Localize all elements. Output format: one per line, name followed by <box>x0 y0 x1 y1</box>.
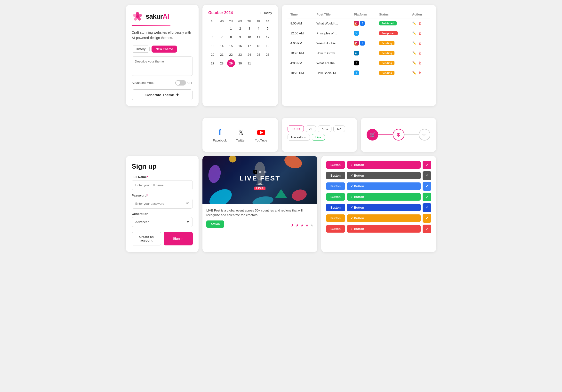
signin-button[interactable]: Sign in <box>164 232 193 246</box>
generate-theme-button[interactable]: Generate Theme ✦ <box>132 90 193 100</box>
cell-action: ✏️ 🗑 <box>409 18 430 28</box>
cal-day-31[interactable]: 31 <box>245 59 253 67</box>
logo-underline <box>132 25 170 26</box>
tag-ai[interactable]: AI <box>306 125 316 132</box>
history-button[interactable]: History <box>132 45 150 53</box>
cal-day-27[interactable]: 27 <box>209 59 217 67</box>
cal-day-11[interactable]: 11 <box>255 33 262 41</box>
table-row: 12:00 AM Principles of ... 𝕏 Postponed ✏… <box>288 28 430 38</box>
cal-day-13[interactable]: 13 <box>209 42 217 50</box>
edit-icon[interactable]: ✏️ <box>412 51 416 55</box>
cal-day-15[interactable]: 15 <box>227 42 235 50</box>
cal-day-21[interactable]: 21 <box>218 51 226 58</box>
delete-icon[interactable]: 🗑 <box>418 51 422 55</box>
create-account-button[interactable]: Create an account <box>132 232 161 246</box>
video-action-button[interactable]: Action <box>206 221 224 228</box>
cal-day-17[interactable]: 17 <box>245 42 253 50</box>
cal-day-24[interactable]: 24 <box>245 51 253 58</box>
button-darkblue-sq[interactable]: ✓ <box>422 203 431 212</box>
progress-step-3[interactable]: ✏ <box>419 129 430 141</box>
calendar-today-button[interactable]: Today <box>264 11 272 15</box>
cal-day-26[interactable]: 26 <box>264 51 271 58</box>
logo-sakur: sakur <box>146 13 163 20</box>
cal-day-14[interactable]: 14 <box>218 42 226 50</box>
delete-icon[interactable]: 🗑 <box>418 61 422 65</box>
cal-day-22[interactable]: 22 <box>227 51 235 58</box>
calendar-prev-button[interactable]: ‹ <box>259 11 261 15</box>
describe-textarea[interactable] <box>132 56 193 76</box>
button-gray-sq[interactable]: ✓ <box>422 171 431 180</box>
button-pink-sq[interactable]: ✓ <box>422 161 431 169</box>
button-darkblue-check[interactable]: ✓ Button <box>347 204 421 211</box>
button-darkblue-plain[interactable]: Button <box>326 204 345 211</box>
button-yellow-plain[interactable]: Button <box>326 214 345 222</box>
generation-select[interactable]: Advanced Basic Pro <box>132 217 193 227</box>
twitter-social-item[interactable]: 𝕏 Twitter <box>236 127 246 142</box>
delete-icon[interactable]: 🗑 <box>418 21 422 25</box>
button-gray-plain[interactable]: Button <box>326 172 345 179</box>
cal-day-18[interactable]: 18 <box>255 42 262 50</box>
instagram-icon: ◻ <box>354 41 359 45</box>
facebook-label: Facebook <box>213 139 227 142</box>
button-green-sq[interactable]: ✓ <box>422 193 431 201</box>
button-green-plain[interactable]: Button <box>326 193 345 201</box>
password-input[interactable] <box>132 199 193 209</box>
delete-icon[interactable]: 🗑 <box>418 41 422 45</box>
button-red-sq[interactable]: ✓ <box>422 224 431 233</box>
button-gray-check[interactable]: ✓ Button <box>347 172 421 179</box>
delete-icon[interactable]: 🗑 <box>418 71 422 75</box>
facebook-social-item[interactable]: f Facebook <box>213 127 227 142</box>
cal-day-20[interactable]: 20 <box>209 51 217 58</box>
cal-day-3[interactable]: 3 <box>245 24 253 32</box>
twitter-icon: 𝕏 <box>236 127 246 137</box>
tag-live[interactable]: Live <box>312 134 325 141</box>
cal-day-12[interactable]: 12 <box>264 33 271 41</box>
generation-label: Generation <box>132 212 193 216</box>
cal-day-16[interactable]: 16 <box>236 42 244 50</box>
edit-icon[interactable]: ✏️ <box>412 31 416 35</box>
new-theme-button[interactable]: New Theme <box>152 45 177 53</box>
delete-icon[interactable]: 🗑 <box>418 31 422 35</box>
edit-icon[interactable]: ✏️ <box>412 71 416 75</box>
cal-day-23[interactable]: 23 <box>236 51 244 58</box>
cal-day-2[interactable]: 2 <box>236 24 244 32</box>
cal-day-7[interactable]: 7 <box>218 33 226 41</box>
cal-day-1[interactable]: 1 <box>227 24 235 32</box>
edit-icon[interactable]: ✏️ <box>412 21 416 25</box>
tag-hackathon[interactable]: Hackathon <box>288 134 310 141</box>
cal-day-19[interactable]: 19 <box>264 42 271 50</box>
edit-icon[interactable]: ✏️ <box>412 41 416 45</box>
button-pink-check[interactable]: ✓ Button <box>347 161 421 169</box>
button-red-plain[interactable]: Button <box>326 225 345 233</box>
button-yellow-sq[interactable]: ✓ <box>422 214 431 223</box>
tag-tiktok[interactable]: TikTok <box>288 125 304 132</box>
button-pink-plain[interactable]: Button <box>326 161 345 169</box>
cal-day-25[interactable]: 25 <box>255 51 262 58</box>
button-green-check[interactable]: ✓ Button <box>347 193 421 201</box>
progress-step-1[interactable]: 🛒 <box>367 129 378 141</box>
button-blue-plain[interactable]: Button <box>326 182 345 190</box>
button-blue-check[interactable]: ✓ Button <box>347 182 421 190</box>
tag-kfc[interactable]: KFC <box>318 125 331 132</box>
cal-day-4[interactable]: 4 <box>255 24 262 32</box>
full-name-input[interactable] <box>132 180 193 190</box>
twitter-icon: 𝕏 <box>354 70 359 75</box>
cal-day-29-today[interactable]: 29 <box>227 59 235 67</box>
cal-day-10[interactable]: 10 <box>245 33 253 41</box>
cal-day-6[interactable]: 6 <box>209 33 217 41</box>
cal-day-8[interactable]: 8 <box>227 33 235 41</box>
cal-day-5[interactable]: 5 <box>264 24 271 32</box>
button-yellow-check[interactable]: ✓ Button <box>347 214 421 222</box>
cal-day-9[interactable]: 9 <box>236 33 244 41</box>
tag-dx[interactable]: DX <box>333 125 345 132</box>
linkedin-icon: in <box>354 51 359 56</box>
advanced-mode-toggle[interactable] <box>175 80 186 86</box>
cal-day-28[interactable]: 28 <box>218 59 226 67</box>
button-red-check[interactable]: ✓ Button <box>347 225 421 233</box>
password-eye-icon[interactable]: 👁 <box>186 201 190 206</box>
youtube-social-item[interactable]: YouTube <box>255 127 267 142</box>
button-blue-sq[interactable]: ✓ <box>422 182 431 191</box>
edit-icon[interactable]: ✏️ <box>412 61 416 65</box>
progress-step-2[interactable]: $ <box>393 129 404 141</box>
cal-day-30[interactable]: 30 <box>236 59 244 67</box>
